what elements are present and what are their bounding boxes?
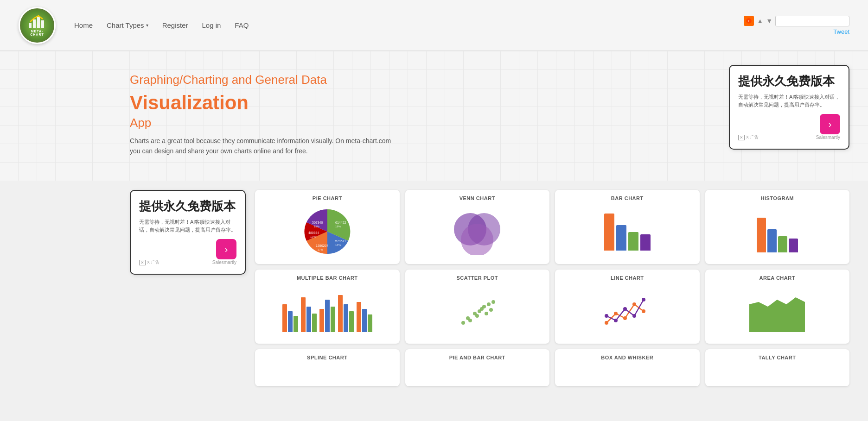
svg-text:614452: 614452 xyxy=(335,221,346,224)
multi-bar-5a xyxy=(357,302,361,332)
venn-chart-card[interactable]: VENN CHART xyxy=(405,190,550,264)
multi-bar-3a xyxy=(319,309,324,332)
hist-bar-1 xyxy=(757,218,766,252)
svg-point-36 xyxy=(642,309,645,313)
svg-text:1390207: 1390207 xyxy=(316,244,328,247)
multi-bar-4a xyxy=(338,295,343,332)
svg-point-32 xyxy=(605,321,608,325)
line-chart-svg xyxy=(602,290,653,332)
multiple-bar-chart-card[interactable]: MULTIPLE BAR CHART xyxy=(255,270,400,344)
chevron-down-icon: ▾ xyxy=(146,23,148,28)
pie-chart-card[interactable]: PIE CHART 614452 18% xyxy=(255,190,400,264)
ad-hero-desc: 无需等待，无视时差！AI客服快速接入对话，自动解决常见问题，提高用户留存率。 xyxy=(738,93,840,108)
hero-description: Charts are a great tool because they com… xyxy=(130,136,399,157)
area-chart-visual xyxy=(711,284,844,338)
nav-login[interactable]: Log in xyxy=(202,21,221,29)
spline-chart-card[interactable]: SPLINE CHART xyxy=(255,349,400,386)
nav-register[interactable]: Register xyxy=(162,21,188,29)
multi-bar-1b xyxy=(288,311,293,332)
upvote-icon[interactable]: ▲ xyxy=(757,17,763,25)
multi-bar-3b xyxy=(325,300,330,332)
svg-point-29 xyxy=(487,302,491,306)
downvote-icon[interactable]: ▼ xyxy=(766,17,772,25)
svg-text:507340: 507340 xyxy=(312,221,323,224)
header: META- CHART Home Chart Types ▾ Register … xyxy=(0,0,868,51)
pie-bar-chart-label: PIE AND BAR CHART xyxy=(449,355,505,360)
hero-title: Graphing/Charting and General Data Visua… xyxy=(130,65,431,131)
svg-point-30 xyxy=(489,308,493,312)
scatter-plot-svg xyxy=(452,290,503,332)
pie-bar-chart-card[interactable]: PIE AND BAR CHART xyxy=(405,349,550,386)
bar-chart-visual xyxy=(561,205,694,258)
histogram-bars xyxy=(757,211,798,252)
left-ad-desc: 无需等待，无视时差！AI客服快速接入对话，自动解决常见问题，提高用户留存率。 xyxy=(139,218,236,233)
svg-point-27 xyxy=(482,305,486,308)
pie-chart-label: PIE CHART xyxy=(313,195,342,201)
logo-container: META- CHART xyxy=(19,7,56,44)
pie-chart-visual: 614452 18% 579571 17% 1390207 37% 480534… xyxy=(261,205,394,258)
box-whisker-card[interactable]: BOX AND WHISKER xyxy=(555,349,700,386)
social-bar: r ▲ ▼ xyxy=(744,16,849,26)
scatter-plot-visual xyxy=(411,284,544,338)
scatter-plot-card[interactable]: SCATTER PLOT xyxy=(405,270,550,344)
left-ad-x-label: ✕ X 广告 xyxy=(139,259,160,265)
multi-bar-4c xyxy=(349,311,354,332)
bar-group-5 xyxy=(357,302,372,332)
left-ad: 提供永久免费版本 无需等待，无视时差！AI客服快速接入对话，自动解决常见问题，提… xyxy=(130,190,246,275)
svg-point-34 xyxy=(623,316,627,320)
reddit-icon[interactable]: r xyxy=(744,16,754,26)
svg-text:17%: 17% xyxy=(335,244,341,246)
svg-point-33 xyxy=(614,312,618,315)
tweet-button[interactable]: Tweet xyxy=(833,28,849,35)
svg-point-39 xyxy=(623,307,627,311)
svg-marker-44 xyxy=(749,297,805,332)
multi-bar-1c xyxy=(294,316,298,332)
ad-hero-button[interactable]: › xyxy=(820,114,840,134)
svg-point-37 xyxy=(605,314,608,318)
area-chart-card[interactable]: AREA CHART xyxy=(705,270,850,344)
tally-chart-card[interactable]: TALLY CHART xyxy=(705,349,850,386)
search-input[interactable] xyxy=(775,16,849,26)
svg-text:12%: 12% xyxy=(310,235,316,238)
bar-3 xyxy=(628,232,638,251)
venn-chart-visual xyxy=(411,205,544,258)
logo-text: META- xyxy=(31,30,44,33)
navigation: Home Chart Types ▾ Register Log in FAQ xyxy=(74,21,744,29)
line-chart-card[interactable]: LINE CHART xyxy=(555,270,700,344)
multi-bar-5b xyxy=(362,309,367,332)
hist-bar-2 xyxy=(767,229,777,252)
left-ad-button[interactable]: › xyxy=(216,239,236,259)
multi-bar-2b xyxy=(306,307,311,332)
nav-faq[interactable]: FAQ xyxy=(235,21,249,29)
header-right: r ▲ ▼ Tweet xyxy=(744,16,849,35)
svg-point-31 xyxy=(491,300,495,304)
svg-point-24 xyxy=(475,314,479,318)
multi-bar-4b xyxy=(344,304,348,332)
svg-point-19 xyxy=(461,224,493,255)
ad-hero-title: 提供永久免费版本 xyxy=(738,74,840,88)
bar-chart-card[interactable]: BAR CHART xyxy=(555,190,700,264)
chart-grid: PIE CHART 614452 18% xyxy=(255,190,849,386)
logo[interactable]: META- CHART xyxy=(19,7,56,44)
multi-bar-bars xyxy=(282,290,372,332)
venn-chart-svg xyxy=(452,208,503,255)
hist-bar-3 xyxy=(778,236,787,252)
pie-chart-svg: 614452 18% 579571 17% 1390207 37% 480534… xyxy=(302,206,353,257)
histogram-card[interactable]: HISTOGRAM xyxy=(705,190,850,264)
multi-bar-1a xyxy=(282,304,287,332)
svg-rect-3 xyxy=(41,20,44,28)
hero-title-part1: Graphing/Charting and General Data xyxy=(130,73,327,87)
nav-chart-types[interactable]: Chart Types ▾ xyxy=(107,21,148,29)
svg-text:18%: 18% xyxy=(335,225,341,228)
svg-rect-0 xyxy=(29,23,32,28)
svg-text:480534: 480534 xyxy=(308,231,319,234)
bar-group-2 xyxy=(301,297,317,332)
box-whisker-label: BOX AND WHISKER xyxy=(601,355,653,360)
left-ad-title: 提供永久免费版本 xyxy=(139,199,236,214)
spline-chart-label: SPLINE CHART xyxy=(307,355,347,360)
nav-home[interactable]: Home xyxy=(74,21,93,29)
logo-subtext: CHART xyxy=(30,33,44,36)
bar-group-3 xyxy=(319,300,335,332)
histogram-visual xyxy=(711,205,844,258)
venn-chart-label: VENN CHART xyxy=(460,195,495,201)
